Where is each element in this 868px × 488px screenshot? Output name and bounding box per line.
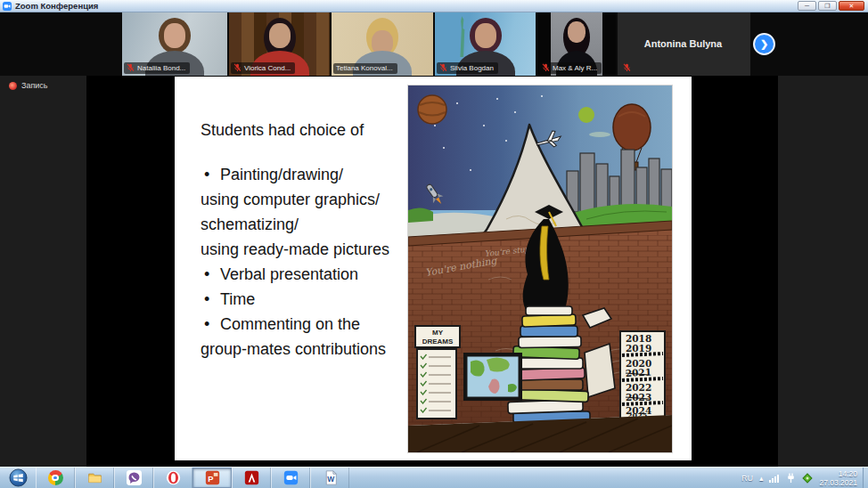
minimize-button[interactable]: ─ [798, 1, 816, 11]
participant-nameplate: Antonina Bulyna [618, 12, 750, 76]
word-icon: W [323, 470, 338, 485]
slide-bullet-line: •Verbal presentation [201, 265, 405, 290]
participant-tile[interactable]: Viorica Cond... [229, 12, 330, 76]
participant-name: Viorica Cond... [244, 64, 291, 72]
svg-text:DREAMS: DREAMS [422, 338, 454, 346]
clock-time: 14:20 [819, 469, 857, 478]
slide-bullet-line: •Time [201, 290, 405, 315]
muted-mic-icon [127, 63, 135, 72]
participant-nameplate: Max & Aly R... [539, 62, 602, 74]
window-titlebar[interactable]: Zoom Конференция ─ ❐ ✕ [0, 0, 868, 12]
start-button[interactable] [0, 468, 36, 488]
powerpoint-icon: P [205, 470, 220, 485]
muted-mic-icon [542, 63, 550, 72]
network-signal-icon[interactable] [769, 474, 780, 483]
recording-label: Запись [21, 81, 48, 90]
adobe-reader-icon [244, 470, 259, 485]
taskbar-chrome-button[interactable] [36, 468, 75, 488]
svg-text:P: P [208, 475, 213, 484]
participant-nameplate: Viorica Cond... [231, 62, 295, 74]
slide-bullet-line: •using computer graphics/ [201, 191, 405, 216]
clock-date: 27.03.2021 [819, 478, 857, 487]
participant-strip: Nataliia Bond... Viorica Con [0, 12, 868, 76]
slide-bullet-line: •schematizing/ [201, 216, 405, 240]
record-dot-icon [9, 82, 17, 90]
hidden-icons-arrow[interactable]: ▴ [759, 474, 764, 483]
restore-button[interactable]: ❐ [818, 1, 837, 11]
slide-bullet-line: •Commenting on the [201, 315, 405, 340]
participant-tile[interactable]: Max & Aly R... [537, 12, 616, 76]
green-moon [578, 107, 594, 123]
world-map-picture [463, 353, 522, 401]
show-desktop-button[interactable] [863, 468, 868, 488]
close-button[interactable]: ✕ [839, 1, 864, 11]
shared-screen-area: Students had choice of •Painting/drawing… [86, 76, 778, 467]
windows-taskbar: P W RU ▴ 14:20 [0, 467, 868, 488]
planet-icon [418, 95, 446, 124]
recording-indicator: Запись [9, 81, 48, 90]
system-tray: RU ▴ 14:20 27.03.2021 [741, 468, 863, 488]
muted-mic-icon [439, 63, 447, 72]
slide-bullet-line: •Painting/drawing/ [201, 166, 405, 191]
svg-text:2019: 2019 [626, 343, 651, 354]
participant-nameplate: Nataliia Bond... [124, 62, 190, 74]
language-indicator[interactable]: RU [741, 474, 753, 483]
slide-bullet-line: •using ready-made pictures [201, 240, 405, 265]
svg-text:W: W [327, 475, 335, 484]
zoom-meeting-window: { "window": { "title": "Zoom Конференция… [0, 0, 868, 488]
participant-tiles: Nataliia Bond... Viorica Con [122, 12, 750, 76]
slide-title: Students had choice of [201, 121, 364, 140]
participant-tile[interactable]: Nataliia Bond... [122, 12, 227, 76]
participant-tile[interactable]: Antonina Bulyna [618, 12, 750, 76]
participant-tile[interactable]: Tetiana Konoval... [332, 12, 433, 76]
svg-text:MY: MY [432, 329, 444, 337]
muted-mic-icon [623, 63, 631, 72]
power-plug-icon[interactable] [786, 473, 796, 484]
taskbar-opera-button[interactable] [153, 468, 192, 488]
chrome-icon [48, 470, 63, 485]
presentation-slide: Students had choice of •Painting/drawing… [175, 77, 692, 460]
windows-start-icon [9, 468, 28, 487]
slide-bullet-list: •Painting/drawing/ •using computer graph… [201, 166, 405, 365]
next-participants-button[interactable]: ❯ [753, 33, 775, 55]
years-calendar: 2018 2019 2020 2021 2022 2023 2024 2025 [620, 331, 665, 419]
taskbar-explorer-button[interactable] [75, 468, 114, 488]
participant-tile[interactable]: Silvia Bogdan [435, 12, 536, 76]
taskbar-adobe-reader-button[interactable] [232, 468, 271, 488]
zoom-app-icon [3, 2, 12, 11]
participant-name: Silvia Bogdan [450, 64, 494, 72]
opera-icon [166, 470, 181, 485]
my-dreams-sign: MY DREAMS [415, 326, 460, 419]
taskbar-zoom-button[interactable] [271, 468, 310, 488]
svg-text:2021: 2021 [625, 366, 651, 378]
antivirus-tray-icon[interactable] [802, 473, 813, 484]
taskbar-clock[interactable]: 14:20 27.03.2021 [819, 469, 857, 487]
slide-bullet-line: •group-mates contributions [201, 340, 405, 365]
participant-nameplate: Silvia Bogdan [437, 62, 498, 74]
participant-name: Tetiana Konoval... [336, 64, 393, 72]
folder-icon [87, 470, 102, 485]
taskbar-word-button[interactable]: W [310, 468, 349, 488]
participant-nameplate: Tetiana Konoval... [333, 63, 397, 74]
participant-name: Max & Aly R... [553, 64, 597, 72]
taskbar-powerpoint-button[interactable]: P [192, 468, 232, 488]
participant-name: Nataliia Bond... [137, 64, 185, 72]
window-title: Zoom Конференция [15, 0, 98, 12]
zoom-camera-icon [283, 470, 299, 485]
chevron-right-icon: ❯ [760, 38, 768, 50]
participant-name: Antonina Bulyna [644, 38, 722, 49]
viber-icon [127, 470, 142, 485]
student-artwork-painting: You're nothing You're stupid [408, 85, 672, 452]
taskbar-viber-button[interactable] [114, 468, 153, 488]
muted-mic-icon [233, 63, 242, 72]
